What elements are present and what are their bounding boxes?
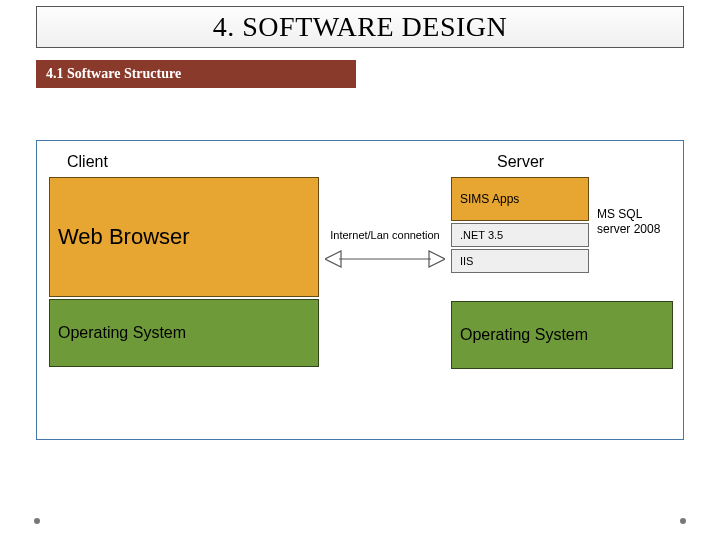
client-browser-box: Web Browser (49, 177, 319, 297)
footer-dot-right (680, 518, 686, 524)
svg-marker-1 (325, 251, 341, 267)
client-os-box: Operating System (49, 299, 319, 367)
connection-arrow: Internet/Lan connetion (321, 211, 449, 291)
slide-title: 4. SOFTWARE DESIGN (36, 6, 684, 48)
server-dotnet-box: .NET 3.5 (451, 223, 589, 247)
section-heading: 4.1 Software Structure (36, 60, 356, 88)
client-column-label: Client (67, 153, 108, 171)
footer-dot-left (34, 518, 40, 524)
server-column-label: Server (497, 153, 544, 171)
client-stack: Web Browser Operating System (49, 177, 319, 369)
server-stack: SIMS Apps .NET 3.5 IIS (451, 177, 589, 275)
svg-marker-2 (429, 251, 445, 267)
double-arrow-icon (325, 245, 445, 273)
server-os-box: Operating System (451, 301, 673, 369)
architecture-diagram: Client Server Web Browser Operating Syst… (36, 140, 684, 440)
server-db-label: MS SQL server 2008 (597, 177, 675, 237)
connection-label: Internet/Lan connetion (330, 229, 439, 241)
server-iis-box: IIS (451, 249, 589, 273)
server-apps-box: SIMS Apps (451, 177, 589, 221)
slide: 4. SOFTWARE DESIGN 4.1 Software Structur… (0, 0, 720, 540)
